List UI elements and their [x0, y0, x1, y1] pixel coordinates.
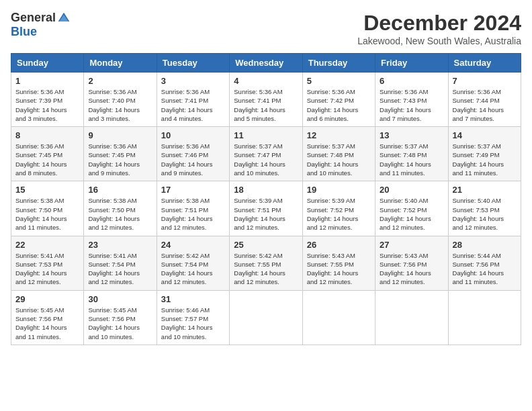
day-info: Sunrise: 5:37 AM Sunset: 7:49 PM Dayligh…	[453, 142, 517, 177]
calendar-cell: 19Sunrise: 5:39 AM Sunset: 7:52 PM Dayli…	[302, 181, 375, 236]
calendar-cell: 6Sunrise: 5:36 AM Sunset: 7:43 PM Daylig…	[375, 73, 448, 127]
day-number: 14	[453, 130, 517, 140]
day-number: 26	[307, 240, 371, 250]
day-number: 29	[15, 294, 79, 304]
calendar-cell	[375, 290, 448, 345]
calendar-cell: 2Sunrise: 5:36 AM Sunset: 7:40 PM Daylig…	[84, 73, 157, 127]
day-info: Sunrise: 5:37 AM Sunset: 7:48 PM Dayligh…	[307, 142, 371, 177]
logo: General Blue	[11, 11, 71, 39]
calendar-cell: 29Sunrise: 5:45 AM Sunset: 7:56 PM Dayli…	[11, 290, 84, 345]
calendar-cell: 16Sunrise: 5:38 AM Sunset: 7:50 PM Dayli…	[84, 181, 157, 236]
day-info: Sunrise: 5:41 AM Sunset: 7:54 PM Dayligh…	[88, 251, 152, 287]
day-info: Sunrise: 5:39 AM Sunset: 7:51 PM Dayligh…	[234, 196, 298, 232]
logo-blue-text: Blue	[11, 25, 37, 38]
day-number: 1	[15, 76, 79, 86]
calendar-header-saturday: Saturday	[448, 54, 521, 73]
day-number: 31	[161, 294, 225, 304]
day-info: Sunrise: 5:36 AM Sunset: 7:45 PM Dayligh…	[88, 142, 152, 177]
calendar-table: SundayMondayTuesdayWednesdayThursdayFrid…	[11, 53, 521, 345]
day-info: Sunrise: 5:40 AM Sunset: 7:53 PM Dayligh…	[453, 196, 517, 232]
day-number: 19	[307, 185, 371, 195]
calendar-cell: 10Sunrise: 5:36 AM Sunset: 7:46 PM Dayli…	[157, 127, 229, 181]
location-title: Lakewood, New South Wales, Australia	[357, 36, 521, 46]
day-number: 6	[380, 76, 443, 86]
day-number: 30	[88, 294, 152, 304]
day-info: Sunrise: 5:38 AM Sunset: 7:51 PM Dayligh…	[161, 196, 225, 232]
calendar-cell: 22Sunrise: 5:41 AM Sunset: 7:53 PM Dayli…	[11, 236, 84, 290]
day-number: 17	[161, 185, 225, 195]
day-info: Sunrise: 5:36 AM Sunset: 7:40 PM Dayligh…	[88, 87, 152, 123]
calendar-header-thursday: Thursday	[302, 54, 375, 73]
day-info: Sunrise: 5:37 AM Sunset: 7:47 PM Dayligh…	[234, 142, 298, 177]
day-info: Sunrise: 5:42 AM Sunset: 7:54 PM Dayligh…	[161, 251, 225, 287]
day-number: 25	[234, 240, 298, 250]
calendar-cell: 15Sunrise: 5:38 AM Sunset: 7:50 PM Dayli…	[11, 181, 84, 236]
day-number: 8	[15, 130, 79, 140]
day-info: Sunrise: 5:40 AM Sunset: 7:52 PM Dayligh…	[380, 196, 443, 232]
calendar-header-sunday: Sunday	[11, 54, 84, 73]
day-number: 27	[380, 240, 443, 250]
calendar-header-friday: Friday	[375, 54, 448, 73]
calendar-cell: 21Sunrise: 5:40 AM Sunset: 7:53 PM Dayli…	[448, 181, 521, 236]
logo-icon	[57, 11, 71, 25]
day-number: 9	[88, 130, 152, 140]
calendar-week-row: 1Sunrise: 5:36 AM Sunset: 7:39 PM Daylig…	[11, 73, 521, 127]
day-number: 21	[453, 185, 517, 195]
day-number: 23	[88, 240, 152, 250]
day-number: 10	[161, 130, 225, 140]
day-number: 20	[380, 185, 443, 195]
calendar-cell	[230, 290, 302, 345]
calendar-cell: 18Sunrise: 5:39 AM Sunset: 7:51 PM Dayli…	[230, 181, 302, 236]
calendar-header-monday: Monday	[84, 54, 157, 73]
calendar-cell: 1Sunrise: 5:36 AM Sunset: 7:39 PM Daylig…	[11, 73, 84, 127]
day-info: Sunrise: 5:36 AM Sunset: 7:41 PM Dayligh…	[161, 87, 225, 123]
day-info: Sunrise: 5:42 AM Sunset: 7:55 PM Dayligh…	[234, 251, 298, 287]
calendar-cell: 8Sunrise: 5:36 AM Sunset: 7:45 PM Daylig…	[11, 127, 84, 181]
calendar-cell: 25Sunrise: 5:42 AM Sunset: 7:55 PM Dayli…	[230, 236, 302, 290]
day-number: 22	[15, 240, 79, 250]
day-info: Sunrise: 5:43 AM Sunset: 7:56 PM Dayligh…	[380, 251, 443, 287]
day-number: 5	[307, 76, 371, 86]
calendar-cell: 9Sunrise: 5:36 AM Sunset: 7:45 PM Daylig…	[84, 127, 157, 181]
calendar-cell	[448, 290, 521, 345]
day-number: 24	[161, 240, 225, 250]
calendar-cell: 12Sunrise: 5:37 AM Sunset: 7:48 PM Dayli…	[302, 127, 375, 181]
day-info: Sunrise: 5:43 AM Sunset: 7:55 PM Dayligh…	[307, 251, 371, 287]
calendar-cell: 20Sunrise: 5:40 AM Sunset: 7:52 PM Dayli…	[375, 181, 448, 236]
day-info: Sunrise: 5:36 AM Sunset: 7:43 PM Dayligh…	[380, 87, 443, 123]
calendar-week-row: 15Sunrise: 5:38 AM Sunset: 7:50 PM Dayli…	[11, 181, 521, 236]
day-number: 11	[234, 130, 298, 140]
day-number: 16	[88, 185, 152, 195]
calendar-cell: 30Sunrise: 5:45 AM Sunset: 7:56 PM Dayli…	[84, 290, 157, 345]
page-header: General Blue December 2024 Lakewood, New…	[11, 11, 521, 46]
calendar-cell: 23Sunrise: 5:41 AM Sunset: 7:54 PM Dayli…	[84, 236, 157, 290]
day-info: Sunrise: 5:36 AM Sunset: 7:42 PM Dayligh…	[307, 87, 371, 123]
day-number: 13	[380, 130, 443, 140]
day-number: 7	[453, 76, 517, 86]
day-number: 18	[234, 185, 298, 195]
day-number: 3	[161, 76, 225, 86]
calendar-week-row: 8Sunrise: 5:36 AM Sunset: 7:45 PM Daylig…	[11, 127, 521, 181]
logo-general-text: General	[11, 11, 56, 25]
calendar-cell: 4Sunrise: 5:36 AM Sunset: 7:41 PM Daylig…	[230, 73, 302, 127]
calendar-week-row: 22Sunrise: 5:41 AM Sunset: 7:53 PM Dayli…	[11, 236, 521, 290]
calendar-header-row: SundayMondayTuesdayWednesdayThursdayFrid…	[11, 54, 521, 73]
calendar-week-row: 29Sunrise: 5:45 AM Sunset: 7:56 PM Dayli…	[11, 290, 521, 345]
day-info: Sunrise: 5:39 AM Sunset: 7:52 PM Dayligh…	[307, 196, 371, 232]
day-info: Sunrise: 5:37 AM Sunset: 7:48 PM Dayligh…	[380, 142, 443, 177]
day-info: Sunrise: 5:36 AM Sunset: 7:46 PM Dayligh…	[161, 142, 225, 177]
day-info: Sunrise: 5:46 AM Sunset: 7:57 PM Dayligh…	[161, 306, 225, 341]
calendar-cell: 14Sunrise: 5:37 AM Sunset: 7:49 PM Dayli…	[448, 127, 521, 181]
calendar-header-tuesday: Tuesday	[157, 54, 229, 73]
title-section: December 2024 Lakewood, New South Wales,…	[357, 11, 521, 46]
calendar-cell: 17Sunrise: 5:38 AM Sunset: 7:51 PM Dayli…	[157, 181, 229, 236]
calendar-cell: 24Sunrise: 5:42 AM Sunset: 7:54 PM Dayli…	[157, 236, 229, 290]
day-number: 28	[453, 240, 517, 250]
calendar-cell: 7Sunrise: 5:36 AM Sunset: 7:44 PM Daylig…	[448, 73, 521, 127]
day-info: Sunrise: 5:41 AM Sunset: 7:53 PM Dayligh…	[15, 251, 79, 287]
day-number: 15	[15, 185, 79, 195]
day-number: 2	[88, 76, 152, 86]
day-info: Sunrise: 5:44 AM Sunset: 7:56 PM Dayligh…	[453, 251, 517, 287]
calendar-cell: 11Sunrise: 5:37 AM Sunset: 7:47 PM Dayli…	[230, 127, 302, 181]
day-info: Sunrise: 5:36 AM Sunset: 7:45 PM Dayligh…	[15, 142, 79, 177]
